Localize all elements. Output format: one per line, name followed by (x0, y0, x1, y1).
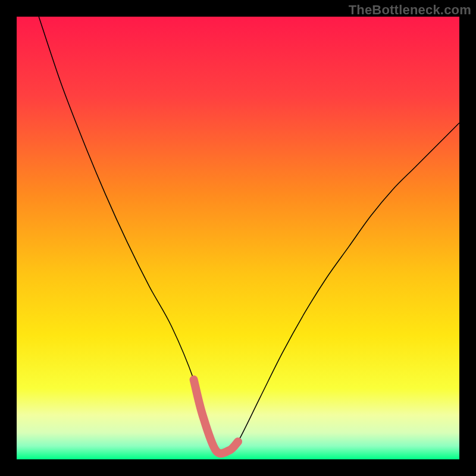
chart-frame: TheBottleneck.com (0, 0, 476, 476)
watermark-text: TheBottleneck.com (349, 2, 471, 18)
chart-curve-layer (17, 17, 459, 459)
bottleneck-curve (39, 17, 459, 453)
bottleneck-curve-highlight (194, 380, 238, 453)
chart-plot-area (17, 17, 459, 459)
